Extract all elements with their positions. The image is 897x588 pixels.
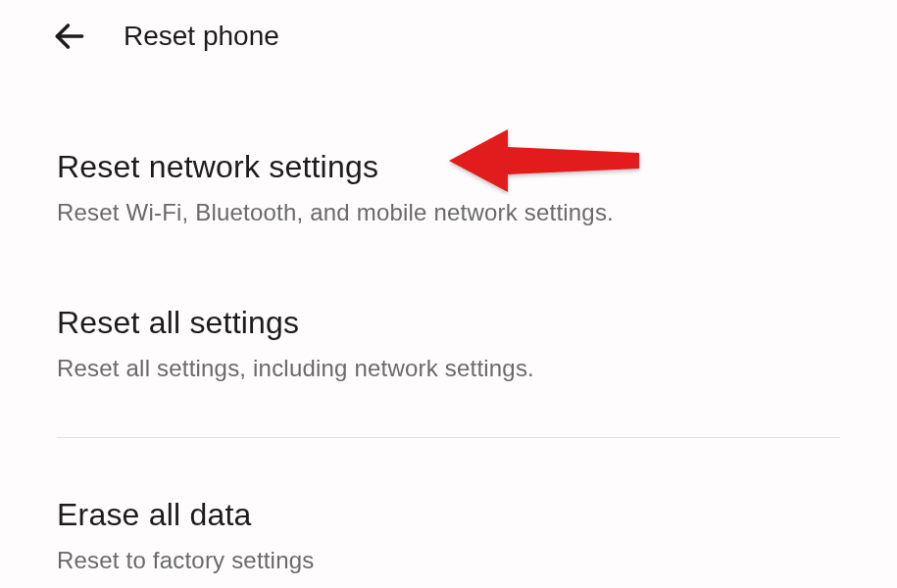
divider [57,437,840,438]
option-subtitle: Reset all settings, including network se… [57,355,840,382]
reset-all-settings-option[interactable]: Reset all settings Reset all settings, i… [57,234,840,390]
option-subtitle: Reset Wi-Fi, Bluetooth, and mobile netwo… [57,199,840,226]
header: Reset phone [0,0,897,73]
option-title: Reset network settings [57,149,840,185]
option-title: Erase all data [57,497,840,533]
page-title: Reset phone [124,21,279,52]
settings-list: Reset network settings Reset Wi-Fi, Blue… [0,73,897,582]
back-arrow-icon[interactable] [51,18,88,55]
option-subtitle: Reset to factory settings [57,547,840,574]
erase-all-data-option[interactable]: Erase all data Reset to factory settings [57,448,840,582]
reset-network-settings-option[interactable]: Reset network settings Reset Wi-Fi, Blue… [57,73,840,234]
option-title: Reset all settings [57,305,840,341]
